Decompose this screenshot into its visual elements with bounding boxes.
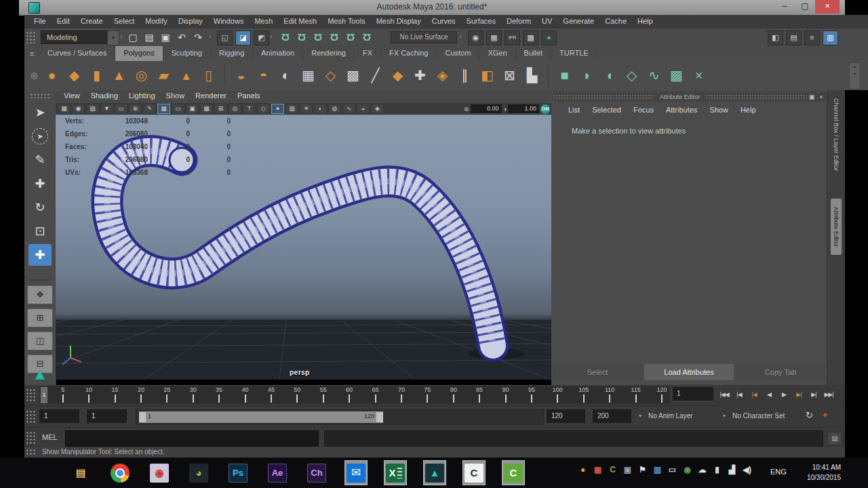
bookmarks-icon[interactable]: ▼ — [100, 104, 113, 114]
play-forwards-button[interactable]: ▶ — [777, 386, 791, 403]
rotate-tool[interactable]: ↻ — [28, 197, 52, 218]
separate-icon[interactable]: ◓ — [254, 65, 273, 85]
range-slider-bar[interactable]: 1 120 — [139, 411, 383, 423]
grease-pencil-icon[interactable]: ✎ — [143, 104, 156, 114]
shelf-tab-animation[interactable]: Animation — [253, 46, 303, 61]
animation-end-field[interactable]: 200 — [593, 409, 631, 423]
minimize-button[interactable]: – — [774, 0, 795, 14]
layout-single-perspective[interactable]: ❖ — [27, 285, 53, 304]
command-line-mode-label[interactable]: MEL — [42, 433, 58, 441]
clock[interactable]: 10:41 AM 10/30/2015 — [789, 463, 841, 483]
menu-mesh[interactable]: Mesh — [249, 15, 278, 28]
shelf-tab-rendering[interactable]: Rendering — [303, 46, 355, 61]
shelf-tab-custom[interactable]: Custom — [437, 46, 480, 61]
toolbox-grip[interactable] — [30, 93, 50, 98]
snap-to-curve-icon[interactable]: Ω — [294, 30, 309, 44]
smooth-icon[interactable]: ◇ — [321, 65, 340, 85]
quad-draw-icon[interactable]: ▙ — [522, 65, 542, 85]
taskbar-photo-app[interactable]: ◕ — [187, 460, 210, 485]
drag-handle-dots[interactable] — [705, 94, 807, 99]
panel-menu-panels[interactable]: Panels — [232, 90, 266, 103]
gamma-field[interactable]: 1.00 — [508, 104, 539, 113]
poly-cube-icon[interactable]: ◆ — [64, 65, 84, 85]
safe-title-icon[interactable]: T — [243, 104, 256, 114]
taskbar-photoshop[interactable]: Ps — [226, 460, 250, 485]
booleans-icon[interactable]: ◐ — [276, 65, 296, 85]
step-forward-key-button[interactable]: ▶| — [792, 386, 806, 403]
poly-pyramid-icon[interactable]: ▴ — [176, 65, 196, 85]
taskbar-mail[interactable]: ✉ — [344, 460, 368, 485]
raise-channel-box-icon[interactable]: ▥ — [823, 30, 838, 45]
new-scene-icon[interactable]: ▢ — [126, 30, 140, 44]
shelf-menu-icon[interactable]: ≡ — [24, 46, 39, 61]
taskbar-camtasia-studio[interactable]: C — [502, 460, 525, 485]
poly-sphere-icon[interactable]: ● — [42, 65, 62, 85]
step-back-frame-button[interactable]: |◀ — [732, 386, 746, 403]
motion-blur-icon[interactable]: ∿ — [342, 104, 355, 114]
taskbar-excel[interactable]: X — [384, 460, 407, 485]
select-button[interactable]: Select — [553, 364, 642, 380]
select-tool[interactable]: ➤ — [28, 102, 52, 123]
select-by-hierarchy-icon[interactable]: ◱ — [217, 30, 233, 45]
ae-menu-attributes[interactable]: Attributes — [660, 104, 703, 116]
select-by-component-icon[interactable]: ◩ — [254, 30, 269, 45]
xray-icon[interactable]: ◒ — [357, 104, 370, 114]
panel-menu-renderer[interactable]: Renderer — [190, 90, 232, 103]
anim-layer-dropdown-arrow[interactable]: ▾ — [639, 413, 642, 419]
menu-help[interactable]: Help — [632, 15, 658, 28]
show-manipulator-tool[interactable]: ✚ — [28, 244, 52, 266]
tray-display-settings-icon[interactable]: ▭ — [667, 465, 677, 474]
undo-icon[interactable]: ↶ — [175, 30, 189, 44]
fill-hole-icon[interactable]: ▦ — [298, 65, 318, 85]
close-button[interactable]: × — [815, 0, 840, 14]
gate-mask-icon[interactable]: ▩ — [200, 104, 213, 114]
menu-display[interactable]: Display — [173, 15, 208, 28]
crease-icon[interactable]: ⊠ — [500, 65, 519, 85]
drag-handle-dots[interactable] — [553, 94, 654, 99]
poly-plane-icon[interactable]: ▰ — [154, 65, 174, 85]
tray-cloud-sync-icon[interactable]: ☁ — [697, 465, 707, 474]
side-tab-attribute-editor[interactable]: Attribute Editor — [831, 199, 842, 256]
tray-java-update-icon[interactable]: ● — [578, 465, 588, 474]
mirror-icon[interactable]: ◧ — [477, 65, 497, 85]
cut-sew-uv-icon[interactable]: × — [689, 65, 709, 85]
close-panel-icon[interactable]: × — [816, 94, 826, 100]
shelf-tab-turtle[interactable]: TURTLE — [551, 46, 597, 61]
menu-edit[interactable]: Edit — [52, 15, 75, 28]
panel-menu-shading[interactable]: Shading — [85, 90, 123, 103]
snap-to-grid-icon[interactable]: Ω — [278, 30, 293, 44]
menu-select[interactable]: Select — [108, 15, 140, 28]
ipr-render-icon[interactable]: IPR — [505, 30, 520, 45]
subdivide-icon[interactable]: ▩ — [343, 65, 363, 85]
auto-keyframe-icon[interactable]: ✦ — [821, 410, 829, 420]
menu-mesh-display[interactable]: Mesh Display — [371, 15, 427, 28]
menu-generate[interactable]: Generate — [557, 15, 599, 28]
menu-set-selector[interactable]: Modeling — [41, 30, 113, 44]
lasso-select-tool[interactable]: ➤ — [28, 125, 52, 147]
float-panel-icon[interactable]: ▣ — [807, 94, 816, 100]
tray-power-icon[interactable]: ▮ — [712, 465, 722, 474]
smooth-shade-all-icon[interactable]: ● — [271, 104, 284, 114]
menu-cache[interactable]: Cache — [599, 15, 632, 28]
anim-layer-refresh-icon[interactable]: ↻ — [806, 410, 813, 420]
character-set-dropdown[interactable]: No Character Set — [732, 409, 803, 423]
menu-surfaces[interactable]: Surfaces — [461, 15, 501, 28]
tray-camtasia-tray-icon[interactable]: C — [608, 465, 618, 474]
menu-file[interactable]: File — [28, 15, 52, 28]
contour-stretch-icon[interactable]: ∿ — [644, 65, 664, 85]
snap-to-view-plane-icon[interactable]: Ω — [343, 30, 358, 44]
animation-start-field[interactable]: 1 — [39, 409, 79, 423]
exposure-icon[interactable]: ⊛ — [464, 106, 469, 113]
panel-menu-show[interactable]: Show — [161, 90, 191, 103]
planar-mapping-icon[interactable]: ■ — [555, 65, 574, 85]
open-render-view-icon[interactable]: ◉ — [468, 30, 484, 45]
play-backwards-button[interactable]: ◀ — [762, 386, 776, 403]
film-gate-icon[interactable]: ▭ — [172, 104, 184, 114]
two-d-pan-zoom-icon[interactable]: ⊕ — [129, 104, 142, 114]
step-forward-frame-button[interactable]: ▶| — [807, 386, 821, 403]
attribute-editor-title-bar[interactable]: Attribute Editor ▣ × — [553, 92, 826, 102]
hypershade-icon[interactable]: ● — [541, 30, 557, 45]
menu-curves[interactable]: Curves — [427, 15, 461, 28]
ae-menu-show[interactable]: Show — [703, 104, 734, 116]
range-start-handle[interactable] — [139, 412, 146, 422]
